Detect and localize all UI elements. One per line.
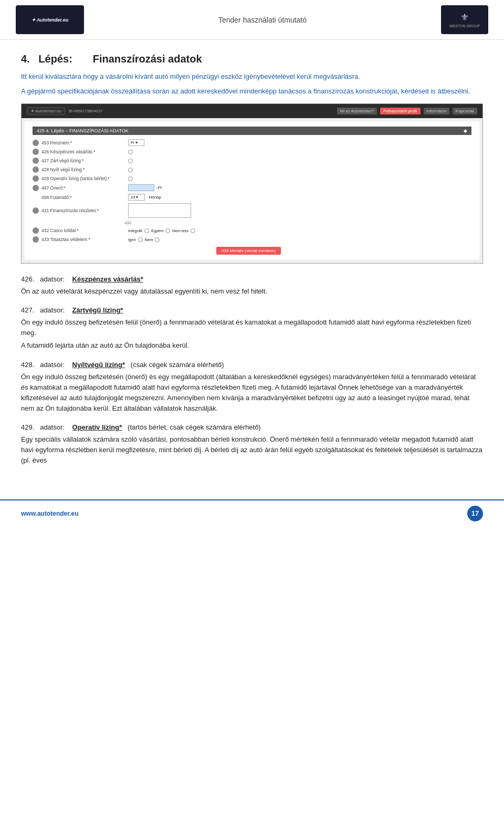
row-control [128, 203, 191, 218]
row-control [128, 159, 133, 163]
row-control: 24 ▾ Hónap [128, 194, 161, 201]
screenshot-navbar: ✦ Autotender.eu 36 0666173B04037 Mi ez A… [22, 104, 482, 118]
entry-428-text: Ön egy induló összeg befizetésén (önerő)… [21, 372, 483, 414]
form-section-432: 432 [124, 221, 471, 225]
row-label: 497 Önerő:* [41, 185, 128, 191]
row-label: 428 Nyílt végű lízing:* [41, 167, 128, 172]
screenshot-phone: ✦ Autotender.eu [27, 107, 65, 115]
row-label: 433 Totasztas védelem:* [41, 237, 128, 242]
entry-426: 426. adatsor: Készpénzes vásárlás* Ön az… [21, 275, 483, 297]
step-heading: 4. Lépés: Finanszírozási adatok [21, 53, 483, 65]
entry-426-heading: 426. adatsor: Készpénzes vásárlás* [21, 275, 483, 283]
row-icon [33, 166, 39, 173]
row-control: -Ft [128, 184, 162, 191]
row-control: Integrált Egyéni Nem lesz [128, 228, 195, 233]
radio-operativ[interactable] [128, 176, 133, 181]
row-icon [33, 236, 39, 243]
entry-429-text: Egy speciális vállalatok számára szóló v… [21, 434, 483, 466]
form-row-reszletei-label: 431 Finanszírozás részletei:* [33, 203, 471, 218]
row-icon [33, 175, 39, 182]
onero-input[interactable] [128, 184, 154, 191]
row-control: Igen Nem [128, 237, 160, 242]
main-content: 4. Lépés: Finanszírozási adatok Itt kerü… [0, 40, 504, 489]
form-title-bar: 425 4. Lépés – FINANSZÍROZÁSI ADATOK ◆ [33, 127, 471, 135]
row-label: 432 Casco köldal:* [41, 228, 128, 233]
form-row-casco: 432 Casco köldal:* Integrált Egyéni Nem … [33, 227, 471, 234]
entry-427-title: Zártvégű lízing* [72, 306, 123, 314]
entry-428-subtitle: (csak cégek számára elérhető) [131, 361, 224, 369]
row-label: 431 Finanszírozás részletei:* [41, 208, 128, 213]
entry-429-heading: 429. adatsor: Operatív lízing* (tartós b… [21, 423, 483, 431]
entry-429: 429. adatsor: Operatív lízing* (tartós b… [21, 423, 483, 466]
intro-line1: Itt kerül kiválasztára hogy a vásárolni … [21, 71, 483, 82]
screenshot-form: 425 4. Lépés – FINANSZÍROZÁSI ADATOK ◆ 4… [25, 121, 479, 260]
form-row-futamido: 498 Futamidő:* 24 ▾ Hónap [33, 194, 471, 201]
radio-casco-egyeni[interactable] [165, 228, 170, 233]
entry-429-subtitle: (tartós bérlet, csak cégek számára elérh… [128, 423, 261, 431]
form-title-icon: ◆ [464, 128, 467, 133]
row-icon [33, 158, 39, 164]
row-control: Ft ▾ [128, 139, 144, 146]
page-footer: www.autotender.eu 17 [0, 499, 504, 527]
casco-opt1: Integrált [128, 228, 142, 233]
row-icon [33, 207, 39, 214]
save-button[interactable]: 435 Mentés (vázlat mentése) [216, 247, 281, 255]
logo-text: ✦ Autotender.eu [32, 17, 69, 23]
footer-page-number: 17 [467, 506, 483, 521]
form-row-totasztas: 433 Totasztas védelem:* Igen Nem [33, 236, 471, 243]
radio-casco-integralt[interactable] [144, 228, 149, 233]
form-title-text: 425 4. Lépés – FINANSZÍROZÁSI ADATOK [37, 128, 129, 133]
intro-line2: A gépjármű specifikációjának összeállítá… [21, 86, 483, 97]
form-row-keszpenzes: 426 Készpénzes vásárlás:* [33, 149, 471, 155]
row-icon [33, 140, 39, 146]
radio-tot-igen[interactable] [138, 237, 143, 242]
entry-427-text2: A futamidő lejárta után az autó az Ön tu… [21, 340, 483, 351]
form-row-zartvegu: 427 Zárt végű lízing:* [33, 158, 471, 164]
radio-zartvegu[interactable] [128, 159, 133, 163]
entry-427-heading: 427. adatsor: Zártvégű lízing* [21, 306, 483, 314]
row-control [128, 176, 133, 181]
row-label: 498 Futamidő:* [41, 195, 128, 200]
row-icon [33, 227, 39, 234]
entry-427: 427. adatsor: Zártvégű lízing* Ön egy in… [21, 306, 483, 351]
row-label: 453 Pénznem:* [41, 140, 128, 145]
casco-opt2: Egyéni [151, 228, 163, 233]
row-label: 426 Készpénzes vásárlás:* [41, 149, 128, 154]
radio-casco-nem[interactable] [191, 228, 195, 233]
futamido-unit: Hónap [149, 195, 161, 200]
entry-429-title: Operatív lízing* [72, 423, 122, 431]
entry-426-title: Készpénzes vásárlás* [72, 275, 143, 283]
nav-item-kapcsolat: Kapcsolat [453, 108, 477, 114]
form-row-penznem: 453 Pénznem:* Ft ▾ [33, 139, 471, 146]
onero-unit: -Ft [156, 185, 162, 190]
step-number: 4. [21, 53, 30, 65]
nav-item-info: Információ [424, 108, 449, 114]
step-label: Lépés: [38, 53, 72, 65]
nav-item-profile: Felhasználói profil [380, 108, 420, 114]
weston-icon: ⚜ [460, 12, 469, 23]
page-header: ✦ Autotender.eu Tender használati útmuta… [0, 0, 504, 40]
tot-opt2: Nem [145, 237, 153, 242]
futamido-select[interactable]: 24 ▾ [128, 194, 145, 201]
screenshot-nav: Mi ez Autotender? Felhasználói profil In… [337, 108, 477, 114]
penznem-select[interactable]: Ft ▾ [128, 139, 144, 146]
row-label: 427 Zárt végű lízing:* [41, 158, 128, 163]
entry-426-text: Ön az autó vételárát készpénzzel vagy át… [21, 286, 483, 297]
radio-keszpenzes[interactable] [128, 150, 133, 154]
radio-nyiltvegu[interactable] [128, 168, 133, 172]
autotender-logo: ✦ Autotender.eu [16, 5, 84, 34]
weston-brand: WESTON GROUP [449, 24, 480, 28]
screenshot-box: ✦ Autotender.eu 36 0666173B04037 Mi ez A… [21, 103, 483, 264]
footer-url: www.autotender.eu [21, 510, 79, 517]
row-icon [33, 185, 39, 191]
radio-tot-nem[interactable] [155, 237, 160, 242]
casco-opt3: Nem lesz [172, 228, 188, 233]
step-title: Finanszírozási adatok [93, 53, 202, 65]
nav-item-mi: Mi ez Autotender? [337, 108, 377, 114]
form-row-operativ: 429 Operatív lízing (tartós bérlet):* [33, 175, 471, 182]
row-label: 429 Operatív lízing (tartós bérlet):* [41, 176, 128, 181]
reszletei-textarea[interactable] [128, 203, 191, 218]
row-icon [33, 149, 39, 155]
form-row-nyiltvegu: 428 Nyílt végű lízing:* [33, 166, 471, 173]
screenshot-phone-num: 36 0666173B04037 [68, 109, 102, 113]
